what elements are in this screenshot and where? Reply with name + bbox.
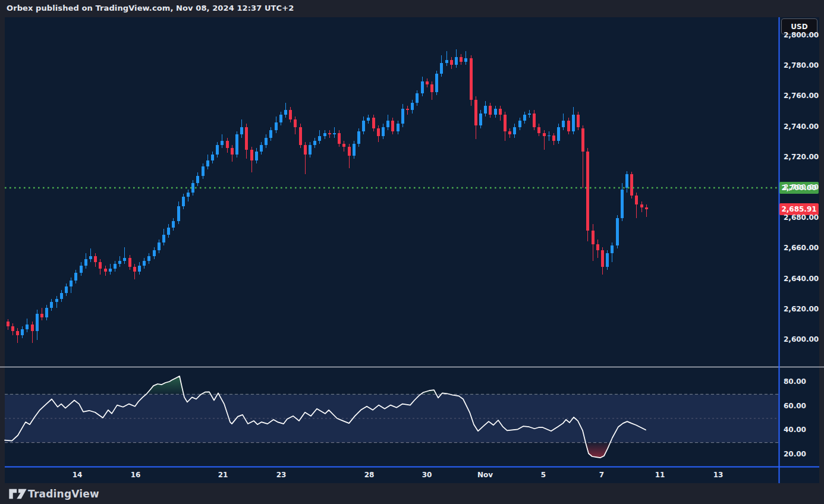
time-scale-axis[interactable]	[5, 467, 779, 483]
currency-toggle-button[interactable]: USD	[781, 18, 817, 34]
publish-header-bar: Orbex published on TradingView.com, Nov …	[0, 0, 824, 17]
tradingview-brand-text[interactable]: TradingView	[28, 488, 99, 500]
publish-title: Orbex published on TradingView.com, Nov …	[7, 4, 294, 12]
price-scale-axis[interactable]	[779, 17, 819, 467]
price-pane-surface[interactable]	[5, 17, 779, 367]
rsi-pane-surface[interactable]	[5, 367, 779, 467]
published-chart-page: Orbex published on TradingView.com, Nov …	[0, 0, 824, 504]
tradingview-logo-icon[interactable]	[8, 487, 28, 500]
footer-bar: TradingView	[0, 483, 824, 504]
